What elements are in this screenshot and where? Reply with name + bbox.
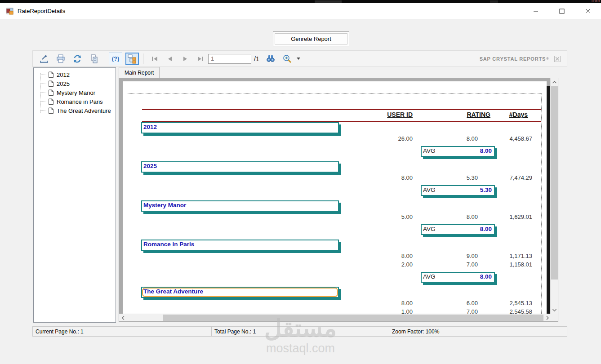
- page-number-input[interactable]: [208, 54, 251, 64]
- detail-cell: 4,458.67: [509, 135, 532, 142]
- vertical-scroll-thumb[interactable]: [551, 86, 558, 280]
- window-controls: [523, 3, 601, 19]
- detail-cell: 2.00: [401, 261, 413, 268]
- export-icon[interactable]: [37, 53, 51, 65]
- first-page-icon[interactable]: [147, 53, 162, 65]
- zoom-icon[interactable]: [280, 53, 294, 65]
- tree-item-label: Romance in Paris: [57, 98, 103, 105]
- avg-value: 8.00: [480, 273, 492, 280]
- tree-item[interactable]: The Great Adventure: [34, 106, 116, 115]
- detail-row: 8.005.307,474.29: [123, 174, 547, 183]
- page-total-label: /1: [254, 55, 259, 62]
- report-page-icon: [48, 89, 54, 96]
- last-page-icon[interactable]: [193, 53, 208, 65]
- tree-item-label: Mystery Manor: [57, 89, 95, 96]
- tab-main-report[interactable]: Main Report: [119, 67, 160, 78]
- group-name: 2012: [143, 124, 157, 130]
- avg-label: AVG: [423, 186, 436, 193]
- generate-report-button[interactable]: Genrete Report: [273, 31, 349, 46]
- tree-item[interactable]: Mystery Manor: [34, 88, 116, 97]
- report-page-icon: [48, 107, 54, 114]
- tree-item[interactable]: Romance in Paris: [34, 97, 116, 106]
- horizontal-scrollbar[interactable]: [119, 314, 551, 321]
- tree-item-label: 2025: [57, 80, 70, 87]
- group-header-box[interactable]: Romance in Paris: [141, 240, 339, 251]
- brand-area: SAP CRYSTAL REPORTS®: [480, 56, 567, 62]
- detail-cell: 5.30: [467, 174, 478, 181]
- group-header-box[interactable]: 2025: [141, 161, 339, 173]
- group-header-box[interactable]: Mystery Manor: [141, 200, 339, 212]
- avg-summary-box: AVG8.00: [421, 272, 495, 283]
- group-name: 2025: [143, 163, 157, 169]
- avg-summary-box: AVG8.00: [421, 224, 495, 235]
- sap-crystal-reports-logo: SAP CRYSTAL REPORTS: [480, 56, 546, 62]
- scroll-up-icon[interactable]: [551, 78, 558, 86]
- detail-cell: 26.00: [398, 135, 413, 142]
- scroll-down-icon[interactable]: [551, 306, 558, 314]
- group-name: Mystery Manor: [143, 202, 186, 209]
- report-page: USER ID RATING #Days 201226.008.004,458.…: [123, 81, 547, 314]
- top-strip-text-fragment: Tran: [591, 0, 600, 3]
- avg-label: AVG: [423, 273, 436, 280]
- scrollbar-corner: [550, 314, 558, 321]
- tree-connector: [40, 75, 47, 75]
- detail-cell: 7.00: [467, 261, 478, 268]
- screen: Tran RateReportDetails Genrete Report: [0, 0, 601, 364]
- top-strip-artifact: [315, 0, 342, 3]
- zoom-dropdown-arrow-icon[interactable]: [297, 58, 300, 60]
- vertical-scrollbar[interactable]: [550, 78, 558, 314]
- tree-item-label: 2012: [57, 71, 70, 78]
- report-groups: 201226.008.004,458.67AVG8.0020258.005.30…: [123, 81, 547, 314]
- group-header-box[interactable]: 2012: [141, 122, 339, 133]
- detail-cell: 8.00: [467, 213, 478, 220]
- find-icon[interactable]: [264, 53, 277, 65]
- print-icon[interactable]: [54, 53, 67, 65]
- detail-cell: 8.00: [401, 253, 413, 259]
- detail-cell: 1,158.01: [509, 261, 532, 268]
- detail-cell: 8.00: [401, 300, 413, 306]
- avg-summary-box: AVG8.00: [421, 146, 495, 157]
- tree-connector: [40, 84, 47, 84]
- group-header-box[interactable]: The Great Adventure: [141, 287, 339, 298]
- horizontal-scroll-thumb[interactable]: [163, 315, 543, 321]
- tab-strip: Main Report: [119, 67, 160, 78]
- avg-summary-box: AVG5.30: [421, 185, 495, 196]
- tree-item[interactable]: 2025: [34, 79, 116, 88]
- group-tree-panel: 20122025Mystery ManorRomance in ParisThe…: [33, 67, 116, 323]
- detail-cell: 8.00: [467, 135, 478, 142]
- refresh-icon[interactable]: [71, 53, 84, 65]
- report-page-icon: [48, 71, 54, 78]
- status-zoom-factor: Zoom Factor: 100%: [389, 327, 567, 336]
- avg-value: 8.00: [480, 147, 492, 154]
- group-name: Romance in Paris: [143, 241, 194, 248]
- maximize-button[interactable]: [549, 3, 575, 19]
- detail-row: 5.008.001,629.01: [123, 213, 547, 222]
- top-strip: Tran: [0, 0, 601, 3]
- detail-cell: 1,171.13: [509, 253, 532, 259]
- status-total-page: Total Page No.: 1: [212, 327, 389, 336]
- copy-icon[interactable]: [87, 53, 101, 65]
- detail-cell: 9.00: [467, 253, 478, 259]
- group-tree-toggle-icon[interactable]: [125, 53, 139, 65]
- tree-connector: [40, 93, 47, 93]
- report-area: USER ID RATING #Days 201226.008.004,458.…: [119, 78, 558, 322]
- close-button[interactable]: [575, 3, 601, 19]
- scroll-left-icon[interactable]: [119, 314, 127, 321]
- detail-cell: 7.00: [467, 308, 478, 314]
- tree-item[interactable]: 2012: [34, 70, 116, 79]
- detail-cell: 2,545.13: [509, 300, 532, 306]
- tree-items: 20122025Mystery ManorRomance in ParisThe…: [34, 68, 116, 115]
- detail-row: 26.008.004,458.67: [123, 135, 547, 144]
- viewer-close-icon[interactable]: [554, 56, 561, 62]
- detail-row: 1.007.002,545.58: [123, 308, 547, 314]
- next-page-icon[interactable]: [178, 53, 193, 65]
- report-page-icon: [48, 80, 54, 87]
- detail-row: 8.006.002,545.13: [123, 300, 547, 308]
- minimize-button[interactable]: [523, 3, 549, 19]
- window-title: RateReportDetails: [18, 8, 65, 14]
- tree-connector: [40, 111, 47, 111]
- parameter-panel-icon[interactable]: (?): [109, 53, 122, 65]
- previous-page-icon[interactable]: [162, 53, 178, 65]
- toolbar-separator: [105, 53, 105, 64]
- page-shadow: [547, 86, 550, 314]
